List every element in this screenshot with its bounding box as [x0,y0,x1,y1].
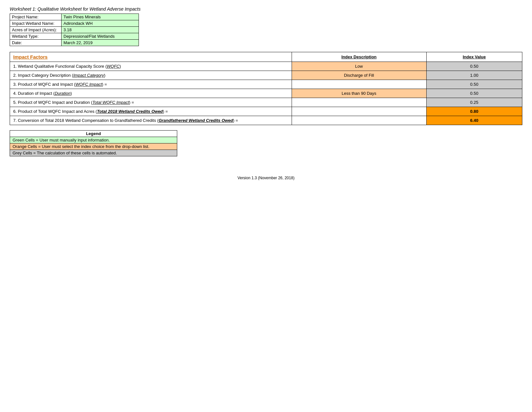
value-cell-5: 0.25 [426,98,522,107]
desc-cell-4: Less than 90 Days [292,89,426,98]
legend-green-row: Green Cells = User must manually input i… [10,137,177,143]
col-index-value: Index Value [426,52,522,62]
value-cell-1: 0.50 [426,62,522,71]
legend-title: Legend [10,131,177,137]
factor-link-6: Total 2018 Wetland Credits Owed [97,109,163,114]
factor-cell-2: 2. Impact Category Description (Impact C… [10,71,292,80]
table-row: 5. Product of WQFC Impact and Duration (… [10,98,522,107]
wetland-name-label: Impact Wetland Name: [10,20,62,27]
table-row: 1. Wetland Qualitative Functional Capaci… [10,62,522,71]
table-row: 4. Duration of Impact (Duration)Less tha… [10,89,522,98]
wetland-type-value: Depressional/Flat Wetlands [62,33,139,40]
factor-link-3: WQFC Impact [75,82,102,87]
factor-link-4: Duration [55,91,71,96]
factor-cell-4: 4. Duration of Impact (Duration) [10,89,292,98]
value-cell-2: 1.00 [426,71,522,80]
info-row-wetland: Impact Wetland Name: Adirondack WH [10,20,139,27]
version-footer: Version 1.3 (November 26, 2018) [10,176,522,180]
table-row: 7. Conversion of Total 2018 Wetland Comp… [10,116,522,125]
desc-cell-5 [292,98,426,107]
desc-cell-7 [292,116,426,125]
wetland-name-value: Adirondack WH [62,20,139,27]
col-index-description: Index Description [292,52,426,62]
factor-cell-7: 7. Conversion of Total 2018 Wetland Comp… [10,116,292,125]
info-row-date: Date: March 22, 2019 [10,40,139,46]
worksheet-title: Worksheet 1: Qualitative Worksheet for W… [10,6,522,12]
col-impact-factors: Impact Factors [10,52,292,62]
factor-link-7: Grandfathered Wetland Credits Owed [159,118,233,123]
value-cell-7: 6.40 [426,116,522,125]
table-row: 2. Impact Category Description (Impact C… [10,71,522,80]
table-row: 3. Product of WQFC and Impact (WQFC Impa… [10,80,522,89]
factor-link-2: Impact Category [73,73,104,78]
factor-cell-5: 5. Product of WQFC Impact and Duration (… [10,98,292,107]
table-row: 6. Product of Total WQFC Impact and Acre… [10,107,522,116]
desc-cell-1: Low [292,62,426,71]
info-row-acres: Acres of Impact (Acres): 3.18 [10,27,139,33]
info-row-wetland-type: Wetland Type: Depressional/Flat Wetlands [10,33,139,40]
legend-grey-row: Grey Cells = The calculation of these ce… [10,150,177,156]
acres-label: Acres of Impact (Acres): [10,27,62,33]
legend-table: Legend Green Cells = User must manually … [10,130,177,156]
value-cell-3: 0.50 [426,80,522,89]
value-cell-6: 0.80 [426,107,522,116]
project-name-value: Twin Pines Minerals [62,14,139,20]
desc-cell-3 [292,80,426,89]
factor-cell-6: 6. Product of Total WQFC Impact and Acre… [10,107,292,116]
legend-title-row: Legend [10,131,177,137]
legend-grey-text: Grey Cells = The calculation of these ce… [10,150,177,156]
date-label: Date: [10,40,62,46]
value-cell-4: 0.50 [426,89,522,98]
legend-green-text: Green Cells = User must manually input i… [10,137,177,143]
header-row: Impact Factors Index Description Index V… [10,52,522,62]
desc-cell-2: Discharge of Fill [292,71,426,80]
legend-orange-row: Orange Cells = User must select the inde… [10,143,177,150]
info-table: Project Name: Twin Pines Minerals Impact… [10,14,139,46]
wetland-type-label: Wetland Type: [10,33,62,40]
factor-cell-3: 3. Product of WQFC and Impact (WQFC Impa… [10,80,292,89]
date-value: March 22, 2019 [62,40,139,46]
desc-cell-6 [292,107,426,116]
acres-value: 3.18 [62,27,139,33]
project-name-label: Project Name: [10,14,62,20]
legend-orange-text: Orange Cells = User must select the inde… [10,143,177,150]
main-table: Impact Factors Index Description Index V… [10,52,522,125]
info-row-project: Project Name: Twin Pines Minerals [10,14,139,20]
factor-link-1: WQFC [107,64,120,69]
factor-cell-1: 1. Wetland Qualitative Functional Capaci… [10,62,292,71]
factor-link-5: Total WQFC Impact [92,100,129,105]
